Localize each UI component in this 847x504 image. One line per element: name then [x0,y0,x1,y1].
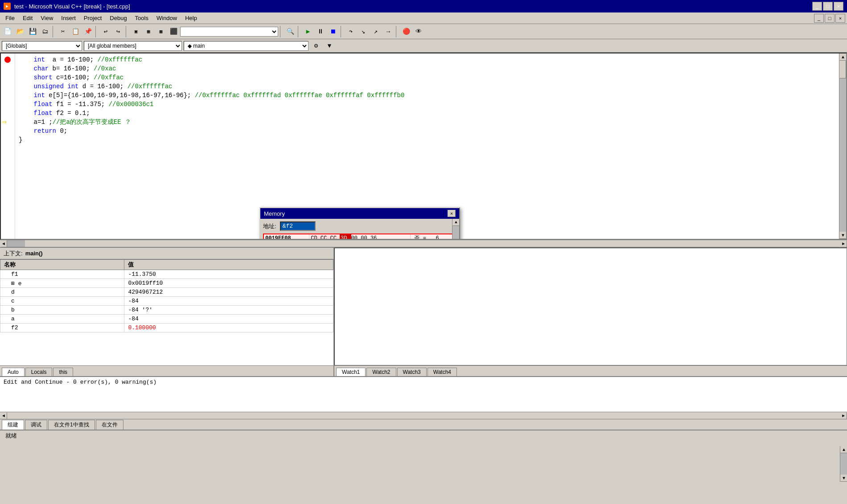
watch-value: 0.100000 [124,324,333,332]
hscroll-left[interactable]: ◄ [0,240,7,247]
menu-tools[interactable]: Tools [132,14,152,22]
tab-watch4[interactable]: Watch4 [428,368,457,376]
sep6 [341,26,343,37]
step-over[interactable]: ↷ [345,26,357,37]
app-icon: ▶ [4,3,11,10]
watch-name: b [0,306,124,315]
watch-row: a-84 [0,315,333,324]
mem-addr: 0019FF08 [263,234,309,240]
tab-watch2[interactable]: Watch2 [366,368,396,376]
copy-button[interactable]: 📋 [70,26,81,37]
find-button[interactable]: 🔍 [284,26,296,37]
minimize-button[interactable]: _ [812,2,822,11]
build-combo[interactable] [180,27,278,37]
hscroll-thumb[interactable] [7,240,25,247]
function-combo[interactable]: ◆ main [184,41,308,51]
gutter-line-4 [1,82,15,91]
menu-window[interactable]: Window [153,14,181,22]
compile-button[interactable]: ▣ [130,26,142,37]
dialog-scroll-up[interactable]: ▲ [452,219,460,226]
close-button[interactable]: × [834,2,843,11]
watch-btn[interactable]: 👁 [413,26,424,37]
window-title: test - Microsoft Visual C++ [break] - [t… [14,3,130,10]
tab-this[interactable]: this [53,368,73,376]
menu-project[interactable]: Project [80,14,105,22]
menu-view[interactable]: View [37,14,57,22]
maximize-button[interactable]: □ [823,2,833,11]
hscroll-right[interactable]: ► [840,240,847,247]
watch-tab-bar: Auto Locals this [0,365,333,376]
arrow-indicator: ⇒ [2,117,7,127]
new-button[interactable]: 📄 [2,26,13,37]
code-line-arrow: a=1 ;//把a的次高字节变成EE ？ [19,118,835,127]
output-vscroll[interactable]: ▲ ▼ [840,446,847,482]
breakpoint-indicator [4,57,11,63]
tab-debug[interactable]: 调试 [25,420,47,430]
watch-row: d4294967212 [0,288,333,297]
menubar-maximize[interactable]: □ [825,14,835,23]
stop-button[interactable]: ⬛ [168,26,179,37]
editor-area: ⇒ int a = 16-100; //0xffffffac char b= 1… [0,53,847,240]
dialog-vscroll[interactable]: ▲ ▼ [452,219,459,240]
out-scroll-up[interactable]: ▲ [840,446,847,453]
tab-find2[interactable]: 在文件 [96,420,123,430]
build-button[interactable]: ▦ [143,26,154,37]
menubar-close[interactable]: × [835,14,845,23]
undo-button[interactable]: ↩ [100,26,111,37]
watch-value: -84 [124,297,333,306]
addr-input[interactable] [280,221,316,231]
save-all-button[interactable]: 🗂 [39,26,51,37]
sep7 [396,26,399,37]
editor-vscroll[interactable]: ▲ ▼ [839,53,846,239]
nav-settings[interactable]: ⚙ [310,40,322,52]
rebuild-button[interactable]: ▩ [155,26,167,37]
menu-file[interactable]: File [2,14,18,22]
breakpoint-btn[interactable]: 🔴 [400,26,412,37]
nav-arrow[interactable]: ▼ [324,40,335,52]
watch-row: ⊞ e0x0019ff10 [0,279,333,288]
watch-row: b-84 '?' [0,306,333,315]
output-content: Edit and Continue - 0 error(s), 0 warnin… [0,377,847,412]
redo-button[interactable]: ↪ [112,26,124,37]
debug-run[interactable]: ▶ [302,26,314,37]
debug-pause[interactable]: ⏸ [315,26,326,37]
scroll-up-arrow[interactable]: ▲ [839,53,847,61]
watch-panel: 上下文: main() 名称 值 f1-11.3750⊞ e0x0019ff10… [0,248,334,376]
step-out[interactable]: ↗ [370,26,382,37]
context-label: 上下文: [4,250,23,258]
menu-bar: File Edit View Insert Project Debug Tool… [0,12,847,24]
scroll-thumb[interactable] [839,61,846,78]
output-hscroll[interactable]: ◄ ► [0,412,847,419]
menu-help[interactable]: Help [181,14,201,22]
tab-locals[interactable]: Locals [25,368,53,376]
tab-watch1[interactable]: Watch1 [336,368,366,376]
tab-build[interactable]: 组建 [2,420,24,430]
debug-stop[interactable]: ⏹ [327,26,339,37]
members-combo[interactable]: [All global members] [84,41,182,51]
paste-button[interactable]: 📌 [82,26,94,37]
out-scroll-down[interactable]: ▼ [840,475,847,482]
hscroll-track [25,240,840,247]
out-hscroll-right[interactable]: ► [840,412,847,419]
tab-watch3[interactable]: Watch3 [397,368,427,376]
tab-find1[interactable]: 在文件1中查找 [48,420,95,430]
save-button[interactable]: 💾 [27,26,38,37]
out-hscroll-left[interactable]: ◄ [0,412,7,419]
step-in[interactable]: ↘ [358,26,369,37]
menu-edit[interactable]: Edit [19,14,36,22]
cut-button[interactable]: ✂ [57,26,69,37]
globals-combo[interactable]: [Globals] [2,41,82,51]
tab-auto[interactable]: Auto [2,368,25,376]
scroll-down-arrow[interactable]: ▼ [839,232,847,239]
open-button[interactable]: 📂 [14,26,26,37]
gutter-line-3 [1,73,15,82]
menubar-minimize[interactable]: _ [814,14,824,23]
dialog-close-button[interactable]: × [448,210,456,217]
title-buttons: _ □ × [812,2,843,11]
run-cursor[interactable]: → [382,26,394,37]
watch-name: c [0,297,124,306]
gutter-line-arrow: ⇒ [1,118,15,127]
menu-debug[interactable]: Debug [106,14,130,22]
editor-hscroll[interactable]: ◄ ► [0,240,847,247]
menu-insert[interactable]: Insert [58,14,79,22]
